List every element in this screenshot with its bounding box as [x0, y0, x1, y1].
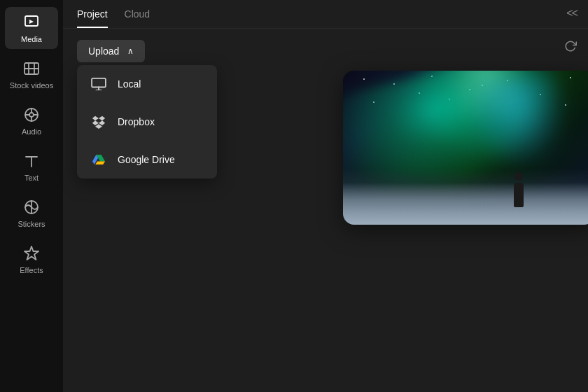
preview-image	[343, 71, 588, 225]
sidebar-item-text[interactable]: Text	[5, 146, 58, 188]
sidebar-item-effects[interactable]: Effects	[5, 238, 58, 280]
dropbox-label: Dropbox	[118, 116, 155, 127]
sidebar-item-label-media: Media	[21, 35, 42, 43]
ground-snow	[343, 183, 588, 225]
stickers-icon	[22, 197, 41, 217]
google-drive-icon	[91, 152, 106, 167]
sidebar-item-audio[interactable]: Audio	[5, 99, 58, 141]
app-container: Media Stock videos	[0, 0, 588, 392]
sidebar-item-label-audio: Audio	[22, 127, 41, 136]
sidebar-item-media[interactable]: Media	[5, 7, 58, 49]
stock-videos-icon	[22, 59, 41, 78]
refresh-button[interactable]	[564, 40, 577, 56]
dropdown-item-dropbox[interactable]: Dropbox	[77, 103, 217, 141]
person-body	[514, 183, 524, 207]
audio-icon	[22, 105, 41, 125]
sidebar-item-stickers[interactable]: Stickers	[5, 192, 58, 234]
google-drive-label: Google Drive	[118, 154, 175, 165]
sidebar-item-stock-videos[interactable]: Stock videos	[5, 53, 58, 95]
tab-cloud[interactable]: Cloud	[125, 8, 150, 28]
svg-marker-1	[29, 20, 34, 24]
person-silhouette	[512, 172, 525, 207]
tab-project[interactable]: Project	[77, 8, 108, 28]
media-icon	[22, 13, 41, 32]
effects-icon	[22, 244, 41, 263]
dropdown-item-local[interactable]: Local	[77, 65, 217, 103]
upload-chevron-icon: ∧	[127, 46, 134, 56]
upload-label: Upload	[88, 46, 119, 57]
svg-rect-16	[92, 78, 106, 88]
local-label: Local	[118, 78, 141, 90]
panel-content: Upload ∧	[63, 29, 588, 74]
sidebar-item-label-stock: Stock videos	[10, 81, 53, 90]
dropdown-item-google-drive[interactable]: Google Drive	[77, 141, 217, 178]
main-panel: Project Cloud << Upload ∧	[63, 0, 588, 392]
sidebar: Media Stock videos	[0, 0, 63, 392]
upload-dropdown: Local Dropbox	[77, 65, 217, 178]
local-icon	[91, 76, 106, 92]
person-head	[514, 172, 523, 181]
aurora-3	[465, 74, 574, 175]
text-icon	[22, 151, 41, 171]
sidebar-item-label-text: Text	[24, 174, 38, 182]
upload-button[interactable]: Upload ∧	[77, 40, 145, 62]
image-preview	[343, 71, 588, 225]
tabs-bar: Project Cloud <<	[63, 0, 588, 29]
dropbox-icon	[91, 114, 106, 130]
sidebar-item-label-effects: Effects	[20, 266, 43, 274]
collapse-button[interactable]: <<	[566, 7, 577, 20]
sidebar-item-label-stickers: Stickers	[18, 220, 45, 228]
